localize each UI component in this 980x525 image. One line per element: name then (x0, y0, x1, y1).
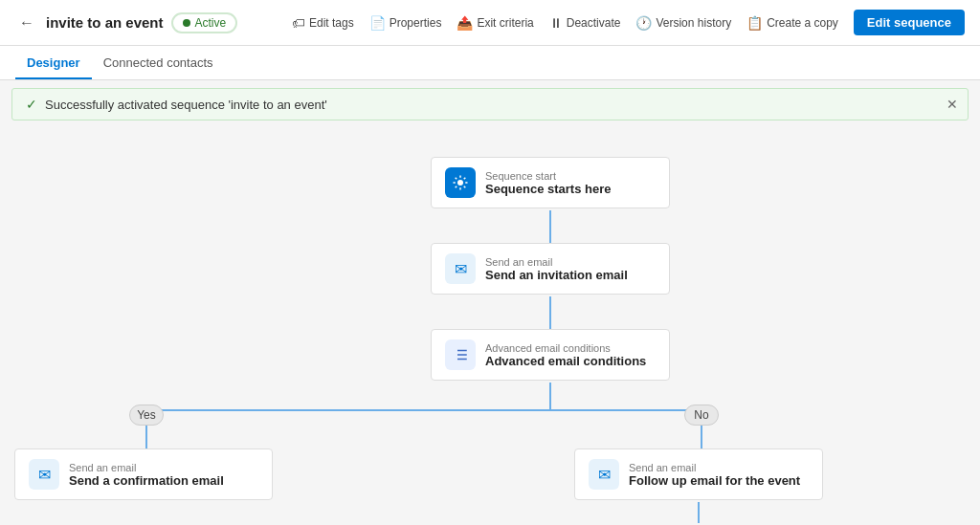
edit-tags-label: Edit tags (309, 16, 354, 30)
deactivate-button[interactable]: ⏸ Deactivate (549, 15, 621, 31)
history-icon: 🕐 (635, 15, 652, 31)
send-confirmation-labels: Send an email Send a confirmation email (69, 462, 224, 488)
success-banner: ✓ Successfully activated sequence 'invit… (11, 88, 969, 120)
success-icon: ✓ (26, 97, 37, 112)
follow-up-email-label-small: Send an email (629, 462, 800, 473)
properties-label: Properties (390, 16, 442, 30)
advanced-conditions-1-label-main: Advanced email conditions (485, 354, 646, 368)
node-follow-up-email[interactable]: ✉ Send an email Follow up email for the … (574, 448, 823, 500)
sequence-title: invite to an event (46, 14, 164, 31)
exit-criteria-button[interactable]: 📤 Exit criteria (457, 15, 533, 31)
follow-up-email-icon: ✉ (589, 459, 619, 490)
node-send-confirmation[interactable]: ✉ Send an email Send a confirmation emai… (14, 448, 273, 500)
follow-up-email-labels: Send an email Follow up email for the ev… (629, 462, 800, 488)
node-sequence-start[interactable]: Sequence start Sequence starts here (431, 157, 670, 208)
send-invitation-label-small: Send an email (485, 256, 628, 268)
header-actions: 🏷 Edit tags 📄 Properties 📤 Exit criteria… (292, 10, 965, 35)
send-confirmation-label-small: Send an email (69, 462, 224, 473)
send-invitation-label-main: Send an invitation email (485, 268, 628, 282)
follow-up-email-label-main: Follow up email for the event (629, 473, 800, 488)
exit-criteria-icon: 📤 (457, 15, 473, 31)
yes-branch-label: Yes (129, 405, 164, 426)
svg-point-3 (457, 180, 463, 186)
flow-canvas: Sequence start Sequence starts here ✉ Se… (0, 128, 980, 523)
tag-icon: 🏷 (292, 15, 305, 31)
edit-sequence-button[interactable]: Edit sequence (854, 10, 965, 35)
send-invitation-labels: Send an email Send an invitation email (485, 256, 628, 282)
edit-tags-button[interactable]: 🏷 Edit tags (292, 15, 354, 31)
version-history-button[interactable]: 🕐 Version history (635, 15, 731, 31)
active-badge: Active (171, 12, 238, 33)
app-header: ← invite to an event Active 🏷 Edit tags … (0, 0, 980, 46)
no-branch-label: No (684, 405, 719, 426)
node-send-invitation[interactable]: ✉ Send an email Send an invitation email (431, 243, 670, 295)
back-button[interactable]: ← (15, 11, 38, 35)
send-confirmation-label-main: Send a confirmation email (69, 473, 224, 488)
tab-bar: Designer Connected contacts (0, 46, 980, 80)
close-banner-button[interactable]: ✕ (947, 97, 958, 112)
sequence-start-label-main: Sequence starts here (485, 182, 612, 196)
advanced-conditions-1-labels: Advanced email conditions Advanced email… (485, 342, 646, 368)
tab-connected-contacts[interactable]: Connected contacts (92, 48, 225, 79)
advanced-conditions-1-label-small: Advanced email conditions (485, 342, 646, 354)
banner-message: Successfully activated sequence 'invite … (45, 98, 327, 112)
advanced-conditions-1-icon (445, 339, 476, 370)
create-copy-label: Create a copy (767, 16, 838, 30)
version-history-label: Version history (656, 16, 731, 30)
properties-icon: 📄 (369, 15, 386, 31)
node-advanced-conditions-1[interactable]: Advanced email conditions Advanced email… (431, 329, 670, 381)
deactivate-icon: ⏸ (549, 15, 563, 31)
properties-button[interactable]: 📄 Properties (369, 15, 442, 31)
exit-criteria-label: Exit criteria (477, 16, 533, 30)
sequence-start-icon (445, 167, 476, 198)
send-confirmation-icon: ✉ (29, 459, 59, 490)
send-invitation-icon: ✉ (445, 253, 476, 284)
tab-designer[interactable]: Designer (15, 48, 92, 79)
sequence-start-label-small: Sequence start (485, 170, 612, 182)
sequence-start-labels: Sequence start Sequence starts here (485, 170, 612, 196)
active-label: Active (195, 16, 227, 30)
copy-icon: 📋 (746, 15, 763, 31)
create-copy-button[interactable]: 📋 Create a copy (746, 15, 838, 31)
active-dot (183, 19, 190, 27)
deactivate-label: Deactivate (567, 16, 621, 30)
